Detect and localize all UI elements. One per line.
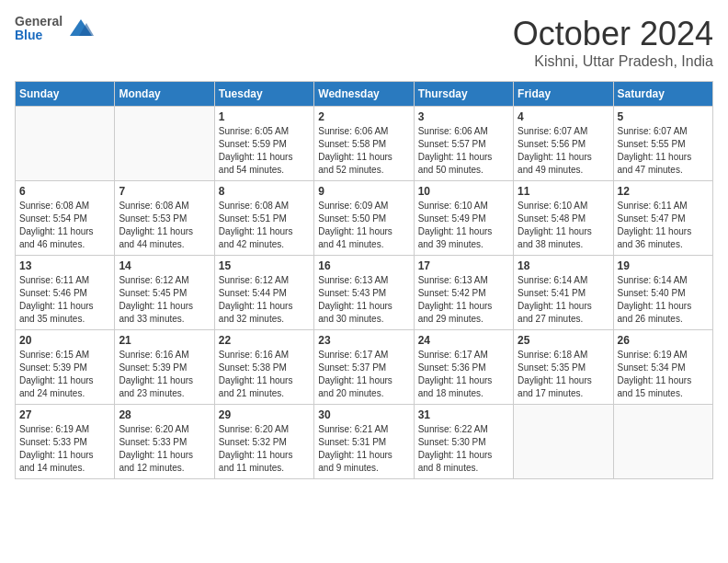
calendar-cell: 16Sunrise: 6:13 AMSunset: 5:43 PMDayligh… — [314, 256, 414, 330]
calendar-cell: 12Sunrise: 6:11 AMSunset: 5:47 PMDayligh… — [613, 181, 712, 256]
logo-text: General Blue — [15, 15, 63, 43]
calendar-cell: 11Sunrise: 6:10 AMSunset: 5:48 PMDayligh… — [514, 181, 613, 256]
day-number: 11 — [518, 185, 609, 198]
calendar-cell: 7Sunrise: 6:08 AMSunset: 5:53 PMDaylight… — [115, 181, 214, 256]
day-number: 15 — [219, 259, 310, 272]
day-number: 3 — [418, 110, 509, 123]
day-info: Sunrise: 6:19 AMSunset: 5:34 PMDaylight:… — [618, 349, 709, 400]
calendar-day-header: Sunday — [16, 82, 115, 107]
day-info: Sunrise: 6:12 AMSunset: 5:44 PMDaylight:… — [219, 274, 310, 326]
day-number: 22 — [219, 334, 310, 347]
day-number: 28 — [119, 408, 210, 421]
day-number: 27 — [19, 408, 110, 421]
calendar-cell: 22Sunrise: 6:16 AMSunset: 5:38 PMDayligh… — [214, 330, 313, 405]
calendar-cell: 17Sunrise: 6:13 AMSunset: 5:42 PMDayligh… — [414, 256, 513, 330]
day-info: Sunrise: 6:22 AMSunset: 5:30 PMDaylight:… — [418, 423, 509, 475]
calendar-cell: 28Sunrise: 6:20 AMSunset: 5:33 PMDayligh… — [115, 405, 214, 479]
day-info: Sunrise: 6:11 AMSunset: 5:46 PMDaylight:… — [19, 274, 110, 326]
day-number: 31 — [418, 408, 509, 421]
calendar-cell: 30Sunrise: 6:21 AMSunset: 5:31 PMDayligh… — [314, 405, 414, 479]
calendar-week-row: 13Sunrise: 6:11 AMSunset: 5:46 PMDayligh… — [16, 256, 713, 330]
calendar-day-header: Friday — [514, 82, 613, 107]
day-info: Sunrise: 6:06 AMSunset: 5:57 PMDaylight:… — [418, 125, 509, 177]
day-info: Sunrise: 6:14 AMSunset: 5:41 PMDaylight:… — [518, 274, 609, 326]
day-info: Sunrise: 6:09 AMSunset: 5:50 PMDaylight:… — [318, 200, 409, 251]
day-info: Sunrise: 6:08 AMSunset: 5:54 PMDaylight:… — [19, 200, 110, 251]
day-number: 24 — [418, 334, 509, 347]
day-info: Sunrise: 6:07 AMSunset: 5:56 PMDaylight:… — [518, 125, 609, 177]
calendar-day-header: Monday — [115, 82, 214, 107]
calendar-cell: 21Sunrise: 6:16 AMSunset: 5:39 PMDayligh… — [115, 330, 214, 405]
day-info: Sunrise: 6:13 AMSunset: 5:43 PMDaylight:… — [318, 274, 409, 326]
calendar-cell: 13Sunrise: 6:11 AMSunset: 5:46 PMDayligh… — [16, 256, 115, 330]
location: Kishni, Uttar Pradesh, India — [513, 53, 713, 70]
day-info: Sunrise: 6:18 AMSunset: 5:35 PMDaylight:… — [518, 349, 609, 400]
day-number: 8 — [219, 185, 310, 198]
day-number: 29 — [219, 408, 310, 421]
day-info: Sunrise: 6:10 AMSunset: 5:48 PMDaylight:… — [518, 200, 609, 251]
day-info: Sunrise: 6:15 AMSunset: 5:39 PMDaylight:… — [19, 349, 110, 400]
day-number: 23 — [318, 334, 409, 347]
calendar-cell — [514, 405, 613, 479]
calendar-cell: 18Sunrise: 6:14 AMSunset: 5:41 PMDayligh… — [514, 256, 613, 330]
calendar-cell: 6Sunrise: 6:08 AMSunset: 5:54 PMDaylight… — [16, 181, 115, 256]
day-info: Sunrise: 6:08 AMSunset: 5:53 PMDaylight:… — [119, 200, 210, 251]
logo-icon — [68, 16, 94, 41]
calendar-header-row: SundayMondayTuesdayWednesdayThursdayFrid… — [16, 82, 713, 107]
day-info: Sunrise: 6:12 AMSunset: 5:45 PMDaylight:… — [119, 274, 210, 326]
calendar-cell: 15Sunrise: 6:12 AMSunset: 5:44 PMDayligh… — [214, 256, 313, 330]
day-number: 16 — [318, 259, 409, 272]
day-info: Sunrise: 6:21 AMSunset: 5:31 PMDaylight:… — [318, 423, 409, 475]
calendar-cell: 27Sunrise: 6:19 AMSunset: 5:33 PMDayligh… — [16, 405, 115, 479]
calendar-day-header: Thursday — [414, 82, 513, 107]
day-info: Sunrise: 6:20 AMSunset: 5:32 PMDaylight:… — [219, 423, 310, 475]
day-number: 20 — [19, 334, 110, 347]
logo-general: General — [15, 15, 63, 29]
calendar-cell: 1Sunrise: 6:05 AMSunset: 5:59 PMDaylight… — [214, 107, 313, 181]
calendar-cell: 20Sunrise: 6:15 AMSunset: 5:39 PMDayligh… — [16, 330, 115, 405]
day-info: Sunrise: 6:19 AMSunset: 5:33 PMDaylight:… — [19, 423, 110, 475]
calendar-cell: 24Sunrise: 6:17 AMSunset: 5:36 PMDayligh… — [414, 330, 513, 405]
calendar-day-header: Tuesday — [214, 82, 313, 107]
calendar-cell — [613, 405, 712, 479]
day-info: Sunrise: 6:05 AMSunset: 5:59 PMDaylight:… — [219, 125, 310, 177]
day-info: Sunrise: 6:16 AMSunset: 5:39 PMDaylight:… — [119, 349, 210, 400]
day-info: Sunrise: 6:14 AMSunset: 5:40 PMDaylight:… — [618, 274, 709, 326]
calendar-cell: 19Sunrise: 6:14 AMSunset: 5:40 PMDayligh… — [613, 256, 712, 330]
calendar-cell: 5Sunrise: 6:07 AMSunset: 5:55 PMDaylight… — [613, 107, 712, 181]
day-info: Sunrise: 6:17 AMSunset: 5:37 PMDaylight:… — [318, 349, 409, 400]
month-title: October 2024 — [513, 15, 713, 53]
day-number: 6 — [19, 185, 110, 198]
day-number: 5 — [618, 110, 709, 123]
calendar-week-row: 20Sunrise: 6:15 AMSunset: 5:39 PMDayligh… — [16, 330, 713, 405]
calendar-body: 1Sunrise: 6:05 AMSunset: 5:59 PMDaylight… — [16, 107, 713, 479]
calendar-cell: 2Sunrise: 6:06 AMSunset: 5:58 PMDaylight… — [314, 107, 414, 181]
calendar-cell: 3Sunrise: 6:06 AMSunset: 5:57 PMDaylight… — [414, 107, 513, 181]
day-number: 26 — [618, 334, 709, 347]
day-number: 4 — [518, 110, 609, 123]
day-info: Sunrise: 6:10 AMSunset: 5:49 PMDaylight:… — [418, 200, 509, 251]
day-info: Sunrise: 6:16 AMSunset: 5:38 PMDaylight:… — [219, 349, 310, 400]
day-number: 14 — [119, 259, 210, 272]
calendar-cell: 23Sunrise: 6:17 AMSunset: 5:37 PMDayligh… — [314, 330, 414, 405]
calendar-cell: 14Sunrise: 6:12 AMSunset: 5:45 PMDayligh… — [115, 256, 214, 330]
day-number: 12 — [618, 185, 709, 198]
day-number: 25 — [518, 334, 609, 347]
calendar-week-row: 27Sunrise: 6:19 AMSunset: 5:33 PMDayligh… — [16, 405, 713, 479]
day-info: Sunrise: 6:13 AMSunset: 5:42 PMDaylight:… — [418, 274, 509, 326]
day-number: 7 — [119, 185, 210, 198]
day-info: Sunrise: 6:07 AMSunset: 5:55 PMDaylight:… — [618, 125, 709, 177]
page-header: General Blue October 2024 Kishni, Uttar … — [15, 15, 713, 70]
day-number: 13 — [19, 259, 110, 272]
day-info: Sunrise: 6:11 AMSunset: 5:47 PMDaylight:… — [618, 200, 709, 251]
day-number: 9 — [318, 185, 409, 198]
day-number: 30 — [318, 408, 409, 421]
day-number: 17 — [418, 259, 509, 272]
calendar-cell: 9Sunrise: 6:09 AMSunset: 5:50 PMDaylight… — [314, 181, 414, 256]
calendar-cell: 25Sunrise: 6:18 AMSunset: 5:35 PMDayligh… — [514, 330, 613, 405]
calendar-cell: 4Sunrise: 6:07 AMSunset: 5:56 PMDaylight… — [514, 107, 613, 181]
calendar-cell: 26Sunrise: 6:19 AMSunset: 5:34 PMDayligh… — [613, 330, 712, 405]
day-info: Sunrise: 6:20 AMSunset: 5:33 PMDaylight:… — [119, 423, 210, 475]
day-number: 21 — [119, 334, 210, 347]
day-number: 19 — [618, 259, 709, 272]
